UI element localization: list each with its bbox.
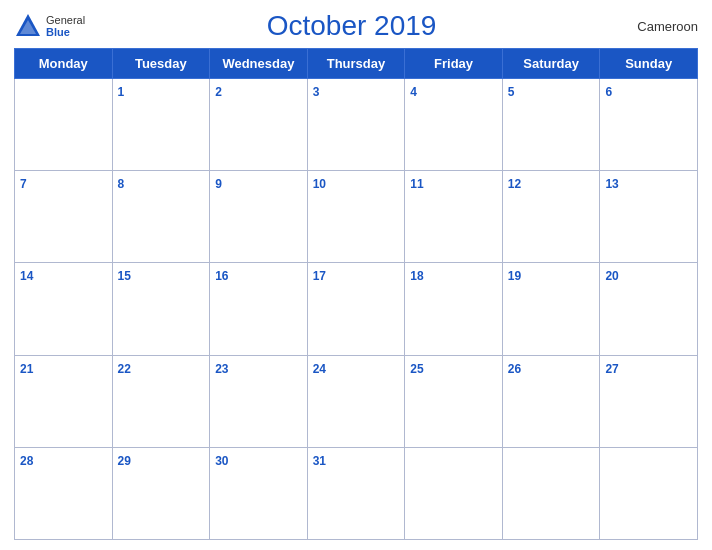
calendar-cell: 23 [210,355,308,447]
day-number: 21 [20,362,33,376]
day-number: 10 [313,177,326,191]
calendar-cell: 28 [15,447,113,539]
calendar-cell: 25 [405,355,503,447]
day-number: 30 [215,454,228,468]
calendar-cell: 10 [307,171,405,263]
calendar-cell: 9 [210,171,308,263]
calendar-cell: 26 [502,355,600,447]
col-friday: Friday [405,49,503,79]
calendar-cell: 27 [600,355,698,447]
day-number: 24 [313,362,326,376]
calendar-cell: 17 [307,263,405,355]
calendar-page: General Blue October 2019 Cameroon Monda… [0,0,712,550]
calendar-cell [405,447,503,539]
calendar-week-row: 28293031 [15,447,698,539]
calendar-cell: 7 [15,171,113,263]
day-number: 4 [410,85,417,99]
day-number: 15 [118,269,131,283]
calendar-cell: 11 [405,171,503,263]
day-number: 26 [508,362,521,376]
logo-general-text: General [46,14,85,26]
day-number: 13 [605,177,618,191]
day-number: 22 [118,362,131,376]
calendar-cell: 24 [307,355,405,447]
calendar-cell: 12 [502,171,600,263]
day-number: 29 [118,454,131,468]
day-number: 16 [215,269,228,283]
month-title: October 2019 [85,10,618,42]
calendar-header: General Blue October 2019 Cameroon [14,10,698,42]
day-number: 5 [508,85,515,99]
logo: General Blue [14,12,85,40]
calendar-cell: 31 [307,447,405,539]
logo-text: General Blue [46,14,85,38]
calendar-cell [600,447,698,539]
col-saturday: Saturday [502,49,600,79]
day-number: 14 [20,269,33,283]
calendar-cell: 20 [600,263,698,355]
calendar-cell: 5 [502,79,600,171]
calendar-cell: 22 [112,355,210,447]
calendar-cell: 29 [112,447,210,539]
calendar-week-row: 14151617181920 [15,263,698,355]
day-number: 8 [118,177,125,191]
col-tuesday: Tuesday [112,49,210,79]
day-number: 3 [313,85,320,99]
country-label: Cameroon [618,19,698,34]
calendar-cell [502,447,600,539]
calendar-cell: 6 [600,79,698,171]
day-number: 9 [215,177,222,191]
calendar-cell: 19 [502,263,600,355]
calendar-week-row: 78910111213 [15,171,698,263]
calendar-cell: 18 [405,263,503,355]
day-number: 12 [508,177,521,191]
calendar-week-row: 123456 [15,79,698,171]
calendar-cell: 15 [112,263,210,355]
calendar-week-row: 21222324252627 [15,355,698,447]
calendar-cell: 21 [15,355,113,447]
calendar-cell: 8 [112,171,210,263]
col-sunday: Sunday [600,49,698,79]
day-number: 20 [605,269,618,283]
col-monday: Monday [15,49,113,79]
calendar-cell: 3 [307,79,405,171]
calendar-cell [15,79,113,171]
day-number: 27 [605,362,618,376]
day-number: 1 [118,85,125,99]
calendar-cell: 2 [210,79,308,171]
day-number: 11 [410,177,423,191]
calendar-cell: 1 [112,79,210,171]
day-number: 25 [410,362,423,376]
day-number: 31 [313,454,326,468]
day-number: 28 [20,454,33,468]
calendar-cell: 16 [210,263,308,355]
day-number: 7 [20,177,27,191]
day-number: 23 [215,362,228,376]
calendar-cell: 13 [600,171,698,263]
day-number: 2 [215,85,222,99]
day-number: 17 [313,269,326,283]
calendar-cell: 4 [405,79,503,171]
col-wednesday: Wednesday [210,49,308,79]
col-thursday: Thursday [307,49,405,79]
day-number: 18 [410,269,423,283]
calendar-table: Monday Tuesday Wednesday Thursday Friday… [14,48,698,540]
logo-blue-text: Blue [46,26,85,38]
day-number: 19 [508,269,521,283]
weekday-header-row: Monday Tuesday Wednesday Thursday Friday… [15,49,698,79]
calendar-cell: 14 [15,263,113,355]
calendar-cell: 30 [210,447,308,539]
day-number: 6 [605,85,612,99]
logo-icon [14,12,42,40]
